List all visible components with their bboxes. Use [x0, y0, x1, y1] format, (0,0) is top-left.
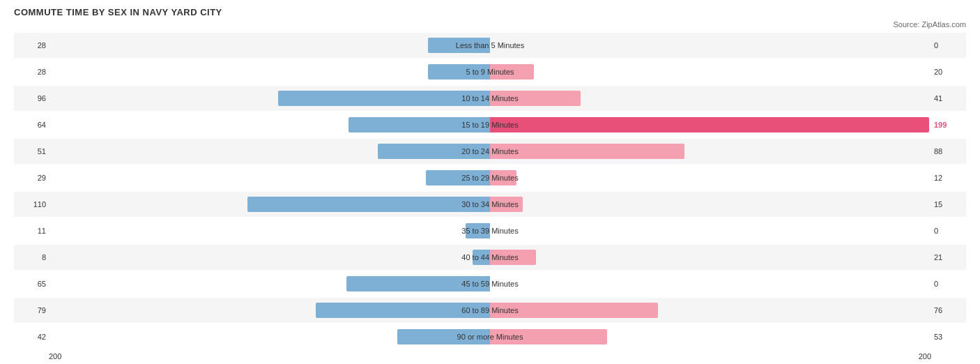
male-value: 110: [14, 200, 49, 208]
bars-container: 40 to 44 Minutes: [49, 245, 931, 270]
female-value: 0: [931, 41, 966, 50]
female-value: 0: [931, 227, 966, 235]
bars-container: 45 to 59 Minutes: [49, 271, 931, 296]
chart-row: 6415 to 19 Minutes199: [14, 112, 966, 137]
chart-row: 1135 to 39 Minutes0: [14, 218, 966, 243]
chart-row: 9610 to 14 Minutes41: [14, 86, 966, 111]
female-value: 88: [931, 147, 966, 156]
male-value: 51: [14, 147, 49, 156]
male-bar: [247, 197, 490, 212]
axis-left-label: 200: [49, 352, 61, 361]
chart-row: 5120 to 24 Minutes88: [14, 139, 966, 164]
axis-labels: 200 200: [14, 352, 966, 361]
female-value: 199: [931, 121, 966, 129]
female-bar: [490, 64, 534, 79]
male-value: 29: [14, 174, 49, 182]
male-value: 28: [14, 68, 49, 76]
female-value: 20: [931, 68, 966, 76]
female-value: 76: [931, 306, 966, 314]
bars-container: 20 to 24 Minutes: [49, 139, 931, 164]
bars-container: Less than 5 Minutes: [49, 33, 931, 58]
male-bar: [346, 276, 490, 291]
female-bar: [490, 117, 929, 132]
female-value: 41: [931, 94, 966, 103]
male-bar: [397, 329, 490, 344]
male-bar: [278, 91, 490, 106]
chart-row: 7960 to 89 Minutes76: [14, 298, 966, 323]
female-value: 21: [931, 253, 966, 261]
male-value: 96: [14, 94, 49, 103]
chart-row: 840 to 44 Minutes21: [14, 245, 966, 270]
male-bar: [473, 250, 490, 265]
bars-container: 60 to 89 Minutes: [49, 298, 931, 323]
male-value: 11: [14, 227, 49, 235]
axis-right-label: 200: [919, 352, 931, 361]
female-bar: [490, 329, 607, 344]
female-bar: [490, 250, 536, 265]
female-bar: [490, 197, 523, 212]
chart-row: 2925 to 29 Minutes12: [14, 165, 966, 190]
chart-title: COMMUTE TIME BY SEX IN NAVY YARD CITY: [14, 7, 966, 17]
female-bar: [490, 91, 581, 106]
bars-container: 15 to 19 Minutes: [49, 112, 931, 137]
male-bar: [466, 223, 490, 238]
male-value: 65: [14, 280, 49, 288]
female-bar: [490, 170, 516, 185]
male-value: 42: [14, 333, 49, 341]
male-value: 79: [14, 306, 49, 314]
chart-row: 4290 or more Minutes53: [14, 324, 966, 349]
female-value: 53: [931, 333, 966, 341]
bars-container: 35 to 39 Minutes: [49, 218, 931, 243]
bars-container: 10 to 14 Minutes: [49, 86, 931, 111]
female-bar: [490, 144, 684, 159]
female-value: 12: [931, 174, 966, 182]
chart-row: 6545 to 59 Minutes0: [14, 271, 966, 296]
female-value: 15: [931, 200, 966, 208]
male-bar: [428, 64, 490, 79]
male-bar: [428, 38, 490, 53]
chart-row: 28Less than 5 Minutes0: [14, 33, 966, 58]
chart-row: 285 to 9 Minutes20: [14, 59, 966, 84]
source-label: Source: ZipAtlas.com: [14, 20, 966, 29]
bars-container: 30 to 34 Minutes: [49, 192, 931, 217]
bars-container: 25 to 29 Minutes: [49, 165, 931, 190]
male-bar: [349, 117, 490, 132]
chart-row: 11030 to 34 Minutes15: [14, 192, 966, 217]
male-value: 64: [14, 121, 49, 129]
male-value: 8: [14, 253, 49, 261]
female-bar: [490, 303, 658, 318]
male-value: 28: [14, 41, 49, 50]
female-value: 0: [931, 280, 966, 288]
male-bar: [378, 144, 490, 159]
bars-container: 90 or more Minutes: [49, 324, 931, 349]
male-bar: [316, 303, 490, 318]
male-bar: [426, 170, 490, 185]
chart-area: 28Less than 5 Minutes0285 to 9 Minutes20…: [14, 33, 966, 349]
bars-container: 5 to 9 Minutes: [49, 59, 931, 84]
